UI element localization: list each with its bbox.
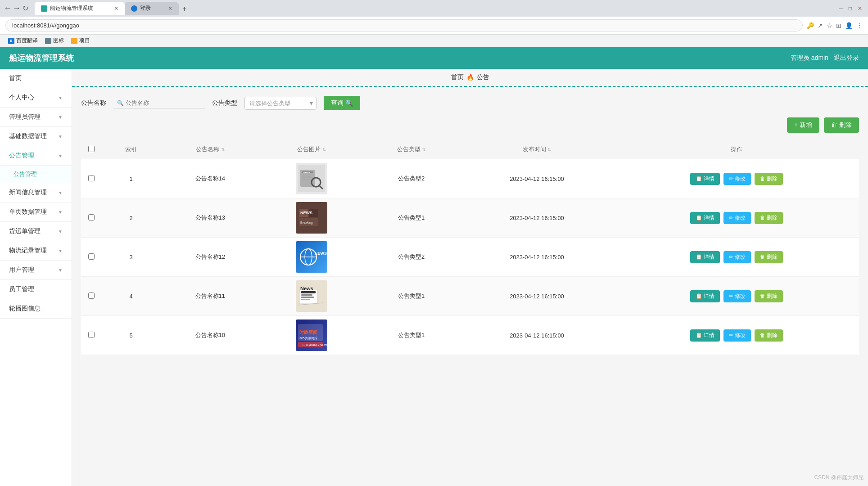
sidebar-item-news[interactable]: 新闻信息管理 ▼ <box>0 183 72 202</box>
bookmark-label-3: 项目 <box>79 37 90 45</box>
filter-name-input[interactable] <box>126 99 201 106</box>
row1-edit-button[interactable]: ✏ 修改 <box>723 173 751 185</box>
main-content: 首页 🔥 公告 公告名称 🔍 公告类型 请选择公告类型 公告 <box>72 69 868 486</box>
bulk-delete-button[interactable]: 🗑 删除 <box>824 117 859 133</box>
sidebar-item-carousel[interactable]: 轮播图信息 <box>0 299 72 319</box>
sidebar-item-employee[interactable]: 员工管理 <box>0 280 72 299</box>
svg-rect-4 <box>302 176 312 178</box>
tab-title-1: 船运物流管理系统 <box>50 4 93 12</box>
sort-time-icon[interactable]: ⇅ <box>547 147 551 152</box>
logout-link[interactable]: 退出登录 <box>834 54 859 62</box>
row1-delete-button[interactable]: 🗑 删除 <box>755 173 783 185</box>
chevron-icon: ▼ <box>58 248 63 253</box>
row5-detail-button[interactable]: 📋 详情 <box>690 329 720 342</box>
browser-tab-inactive[interactable]: 登录 ✕ <box>125 2 179 15</box>
bookmark-star-icon[interactable]: ☆ <box>827 22 832 29</box>
row3-edit-button[interactable]: ✏ 修改 <box>723 251 751 263</box>
app-title: 船运物流管理系统 <box>9 53 74 63</box>
row5-select[interactable] <box>88 332 95 338</box>
col-index: 索引 <box>102 140 160 159</box>
row4-detail-button[interactable]: 📋 详情 <box>690 290 720 302</box>
maximize-button[interactable]: □ <box>846 4 854 13</box>
row4-select[interactable] <box>88 292 95 299</box>
share-icon[interactable]: ↗ <box>818 22 823 29</box>
news-blocks-svg: NEWS Breaking <box>296 202 327 234</box>
tablet-icon[interactable]: ⊞ <box>836 22 841 29</box>
sort-image-icon[interactable]: ⇅ <box>322 147 326 152</box>
sort-type-icon[interactable]: ⇅ <box>422 147 425 152</box>
close-button[interactable]: ✕ <box>855 4 864 13</box>
sort-name-icon[interactable]: ⇅ <box>221 147 225 152</box>
col-name-label: 公告名称 <box>196 146 219 153</box>
announcement-table: 索引 公告名称 ⇅ 公告图片 ⇅ 公告类型 <box>81 140 859 355</box>
sidebar-item-logistics[interactable]: 物流记录管理 ▼ <box>0 241 72 261</box>
header-right: 管理员 admin 退出登录 <box>791 54 859 62</box>
row1-type: 公告类型2 <box>363 159 460 198</box>
sidebar-item-announcement[interactable]: 公告管理 ▼ <box>0 146 72 166</box>
breadcrumb-home[interactable]: 首页 <box>451 73 464 81</box>
row4-edit-button[interactable]: ✏ 修改 <box>723 290 751 302</box>
sidebar-sub-item-announcement[interactable]: 公告管理 <box>0 166 72 183</box>
col-time: 发布时间 ⇅ <box>460 140 614 159</box>
bookmark-icons[interactable]: 图标 <box>42 36 67 45</box>
row3-img-thumb: NEWS <box>296 241 327 273</box>
row1-select[interactable] <box>88 175 95 181</box>
row3-type: 公告类型2 <box>363 238 460 277</box>
row5-type: 公告类型1 <box>363 316 460 355</box>
bookmark-translate[interactable]: B 百度翻译 <box>5 36 41 45</box>
content-area: 公告名称 🔍 公告类型 请选择公告类型 公告类型1 公告类型2 <box>72 87 868 364</box>
row3-time: 2023-04-12 16:15:00 <box>460 238 614 277</box>
sidebar-item-singlepage[interactable]: 单页数据管理 ▼ <box>0 202 72 222</box>
row1-detail-button[interactable]: 📋 详情 <box>690 173 720 185</box>
svg-text:news: news <box>303 171 311 174</box>
new-tab-button[interactable]: + <box>179 3 190 15</box>
extension-icon[interactable]: 🔑 <box>806 22 814 29</box>
settings-icon[interactable]: ⋮ <box>856 22 863 29</box>
row2-image: NEWS Breaking <box>260 198 363 238</box>
browser-tab-active[interactable]: 船运物流管理系统 ✕ <box>35 2 125 15</box>
row3-select[interactable] <box>88 253 95 260</box>
row4-delete-button[interactable]: 🗑 删除 <box>755 290 783 302</box>
query-button[interactable]: 查询 🔍 <box>324 96 360 110</box>
row3-detail-button[interactable]: 📋 详情 <box>690 251 720 263</box>
refresh-icon[interactable]: ↻ <box>23 4 28 13</box>
row3-delete-button[interactable]: 🗑 删除 <box>755 251 783 263</box>
add-button[interactable]: + 新增 <box>787 117 819 133</box>
sidebar-label-profile: 个人中心 <box>9 94 34 102</box>
sidebar-item-freight[interactable]: 货运单管理 ▼ <box>0 222 72 241</box>
bookmark-project[interactable]: 项目 <box>68 36 93 45</box>
profile-icon[interactable]: 👤 <box>845 22 853 29</box>
row4-type: 公告类型1 <box>363 277 460 316</box>
filter-type-select[interactable]: 请选择公告类型 公告类型1 公告类型2 <box>244 97 316 110</box>
sidebar-item-user[interactable]: 用户管理 ▼ <box>0 261 72 280</box>
sidebar-label-basic: 基础数据管理 <box>9 132 47 140</box>
minimize-button[interactable]: ─ <box>836 4 845 13</box>
tab-close-2[interactable]: ✕ <box>168 5 172 12</box>
row4-img-thumb: News <box>296 280 327 312</box>
row1-time: 2023-04-12 16:15:00 <box>460 159 614 198</box>
row2-select[interactable] <box>88 214 95 220</box>
row5-delete-button[interactable]: 🗑 删除 <box>755 329 783 342</box>
forward-icon[interactable]: → <box>13 4 21 13</box>
chevron-icon: ▼ <box>58 153 63 158</box>
row2-edit-button[interactable]: ✏ 修改 <box>723 212 751 224</box>
sidebar-label-user: 用户管理 <box>9 266 34 274</box>
sidebar-item-admin[interactable]: 管理员管理 ▼ <box>0 108 72 127</box>
chevron-icon: ▼ <box>58 134 63 139</box>
sidebar-item-home[interactable]: 首页 <box>0 69 72 88</box>
bookmark-icon-2 <box>45 38 51 44</box>
row4-checkbox <box>81 277 102 316</box>
row2-delete-button[interactable]: 🗑 删除 <box>755 212 783 224</box>
bookmark-label-1: 百度翻译 <box>16 37 38 45</box>
row5-ops: 📋 详情 ✏ 修改 🗑 删除 <box>614 316 859 355</box>
row5-index: 5 <box>102 316 160 355</box>
row5-edit-button[interactable]: ✏ 修改 <box>723 329 751 342</box>
tab-close-1[interactable]: ✕ <box>114 5 118 12</box>
news-globe-svg: NEWS <box>296 241 327 273</box>
sidebar-item-basic[interactable]: 基础数据管理 ▼ <box>0 127 72 146</box>
row2-detail-button[interactable]: 📋 详情 <box>690 212 720 224</box>
select-all-checkbox[interactable] <box>88 146 95 152</box>
url-input[interactable] <box>5 19 803 32</box>
back-icon[interactable]: ← <box>4 4 12 13</box>
sidebar-item-profile[interactable]: 个人中心 ▼ <box>0 88 72 108</box>
